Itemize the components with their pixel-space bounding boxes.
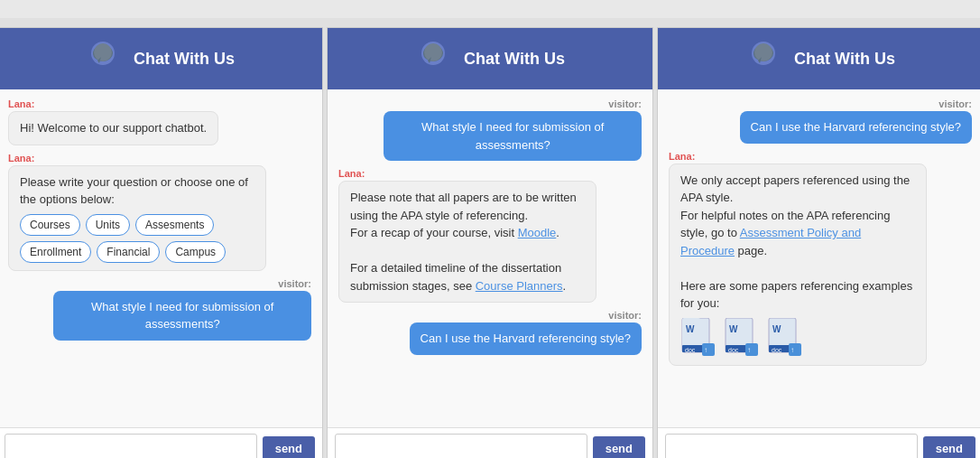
svg-text:doc: doc bbox=[685, 347, 696, 353]
chat-icon-2 bbox=[415, 37, 455, 80]
doc-icon-1: W doc ↑ bbox=[680, 318, 717, 358]
options-container: Courses Units Assesments Enrollment Fina… bbox=[20, 214, 254, 263]
send-button-2[interactable]: send bbox=[593, 436, 645, 459]
visitor-label: visitor: bbox=[608, 310, 642, 321]
chat-input-3[interactable]: | bbox=[665, 434, 918, 458]
svg-text:W: W bbox=[686, 324, 695, 334]
message-row: Lana: Please write your question or choo… bbox=[8, 153, 311, 271]
chat-input-area-3: | send bbox=[658, 427, 980, 458]
visitor-label: visitor: bbox=[278, 278, 311, 289]
sender-label: Lana: bbox=[8, 153, 34, 164]
doc-icons: W doc ↑ W doc ↑ bbox=[680, 318, 915, 358]
send-button-1[interactable]: send bbox=[263, 436, 315, 459]
option-financial[interactable]: Financial bbox=[97, 241, 160, 263]
svg-point-6 bbox=[424, 43, 442, 61]
svg-text:↑: ↑ bbox=[747, 346, 751, 354]
page-text: page. bbox=[735, 244, 767, 257]
chat-input-area-1: send bbox=[0, 427, 322, 458]
moodle-link[interactable]: Moodle bbox=[518, 226, 557, 239]
visitor-label: visitor: bbox=[608, 98, 642, 109]
message-row: visitor: What style I need for submissio… bbox=[338, 98, 642, 161]
message-row: visitor: Can I use the Harvard referenci… bbox=[669, 98, 972, 144]
svg-text:doc: doc bbox=[728, 347, 739, 353]
message-bubble-visitor: What style I need for submission of asse… bbox=[53, 291, 311, 341]
chat-input-2[interactable] bbox=[335, 434, 587, 458]
chat-header-3: Chat With Us bbox=[658, 28, 980, 89]
chat-title-3: Chat With Us bbox=[794, 50, 895, 69]
message-bubble-bot: Hi! Welcome to our support chatbot. bbox=[8, 111, 218, 145]
message-bubble-bot: We only accept papers referenced using t… bbox=[669, 164, 927, 366]
visitor-label: visitor: bbox=[938, 98, 972, 109]
chat-widget-3: Chat With Us visitor: Can I use the Harv… bbox=[657, 27, 980, 458]
svg-text:W: W bbox=[772, 324, 781, 334]
chat-icon-3 bbox=[745, 37, 785, 80]
apa-text-1: We only accept papers referenced using t… bbox=[680, 173, 910, 205]
svg-point-10 bbox=[754, 43, 772, 61]
send-button-3[interactable]: send bbox=[923, 436, 975, 459]
period2: . bbox=[563, 279, 567, 293]
chat-title-2: Chat With Us bbox=[464, 50, 565, 69]
message-row: Lana: We only accept papers referenced u… bbox=[669, 151, 972, 366]
svg-text:W: W bbox=[729, 324, 738, 334]
message-row: visitor: Can I use the Harvard referenci… bbox=[338, 310, 642, 355]
chat-input-1[interactable] bbox=[5, 434, 257, 458]
message-text: Please write your question or choose one… bbox=[20, 175, 248, 207]
message-bubble-bot: Please write your question or choose one… bbox=[8, 165, 266, 271]
option-courses[interactable]: Courses bbox=[20, 214, 80, 236]
chat-title-1: Chat With Us bbox=[134, 50, 235, 69]
chat-body-3[interactable]: visitor: Can I use the Harvard referenci… bbox=[658, 89, 980, 427]
message-row: visitor: What style I need for submissio… bbox=[8, 278, 311, 341]
svg-text:↑: ↑ bbox=[704, 346, 707, 354]
examples-text: Here are some papers referencing example… bbox=[680, 279, 912, 311]
chat-widget-1: Chat With Us Lana: Hi! Welcome to our su… bbox=[0, 27, 323, 458]
period: . bbox=[556, 226, 559, 239]
svg-text:↑: ↑ bbox=[790, 346, 794, 354]
chat-header-2: Chat With Us bbox=[328, 28, 652, 89]
option-campus[interactable]: Campus bbox=[165, 241, 226, 263]
chat-input-area-2: send bbox=[328, 427, 652, 458]
option-units[interactable]: Units bbox=[86, 214, 130, 236]
message-text: Please note that all papers are to be wr… bbox=[350, 191, 577, 222]
chat-widgets-container: Chat With Us Lana: Hi! Welcome to our su… bbox=[0, 18, 980, 458]
sender-label: Lana: bbox=[669, 151, 695, 162]
svg-point-2 bbox=[94, 43, 112, 61]
chat-header-1: Chat With Us bbox=[0, 28, 322, 89]
doc-icon-3: W doc ↑ bbox=[767, 318, 803, 358]
course-planners-link[interactable]: Course Planners bbox=[476, 279, 563, 293]
doc-icon-2: W doc ↑ bbox=[724, 318, 760, 358]
message-text-2: For a recap of your course, visit bbox=[350, 226, 518, 239]
chat-widget-2: Chat With Us visitor: What style I need … bbox=[327, 27, 653, 458]
message-bubble-visitor: Can I use the Harvard referencing style? bbox=[410, 322, 642, 355]
sender-label: Lana: bbox=[8, 98, 34, 109]
option-enrollment[interactable]: Enrollment bbox=[20, 241, 91, 263]
message-row: Lana: Please note that all papers are to… bbox=[338, 168, 642, 303]
message-bubble-bot: Please note that all papers are to be wr… bbox=[338, 181, 596, 303]
chat-icon-1 bbox=[85, 37, 125, 80]
chat-body-1[interactable]: Lana: Hi! Welcome to our support chatbot… bbox=[0, 89, 322, 427]
sender-label: Lana: bbox=[338, 168, 365, 179]
chat-body-2[interactable]: visitor: What style I need for submissio… bbox=[328, 89, 652, 427]
option-assesments[interactable]: Assesments bbox=[135, 214, 214, 236]
message-row: Lana: Hi! Welcome to our support chatbot… bbox=[8, 98, 311, 145]
svg-text:doc: doc bbox=[772, 347, 782, 353]
message-bubble-visitor: What style I need for submission of asse… bbox=[384, 111, 642, 161]
message-bubble-visitor: Can I use the Harvard referencing style? bbox=[740, 111, 972, 144]
